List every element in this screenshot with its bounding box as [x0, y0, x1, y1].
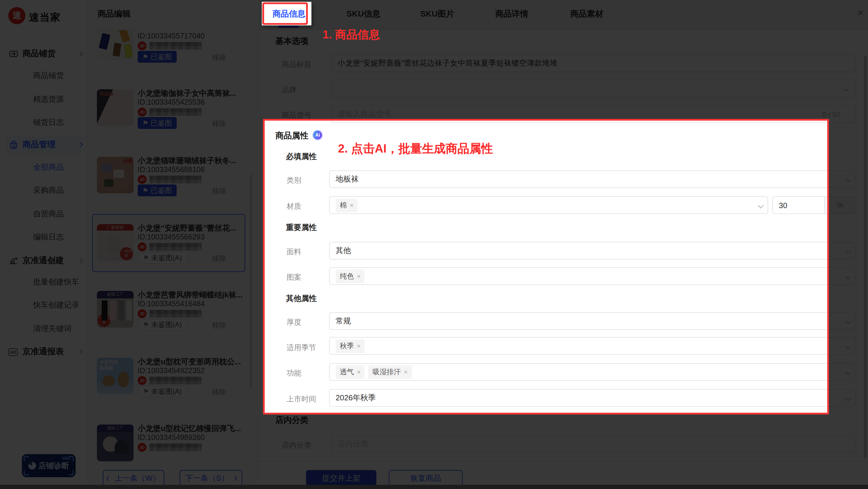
sock-shape [104, 179, 114, 187]
pattern-select[interactable]: 纯色× [329, 267, 856, 285]
masked-shop-name [150, 243, 202, 251]
category-input[interactable]: 地板袜 [329, 170, 856, 188]
tab-sku-images[interactable]: SKU图片 [420, 9, 454, 20]
remove-link[interactable]: 移除 [212, 186, 226, 196]
sidebar-item-create-record[interactable]: 快车创建记录 [33, 297, 79, 313]
sidebar-item-deploy-log[interactable]: 铺货日志 [33, 115, 64, 130]
sidebar-item-edit-log[interactable]: 编辑日志 [33, 229, 64, 245]
sidebar-group-product-manage[interactable]: 商品管理 [0, 136, 88, 154]
field-label: 适用季节 [286, 343, 316, 353]
sock-shape [113, 43, 121, 57]
function-tag[interactable]: 吸湿排汗× [368, 365, 412, 379]
tab-product-info[interactable]: 商品信息 [272, 9, 306, 20]
shop-diagnose-button[interactable]: ··· 店铺诊断 [22, 454, 75, 477]
thumb-banner: 超级工厂 [97, 425, 133, 431]
flag-icon: ⚑ [143, 186, 148, 194]
sidebar-item-all-products[interactable]: 全部商品 [33, 160, 64, 175]
tab-bar: 商品信息 SKU信息 SKU图片 商品详情 商品素材 ✕ [260, 0, 868, 30]
sidebar-group-jzt-report[interactable]: AD 京准通报表 [0, 343, 88, 361]
product-list-item[interactable]: 瑜伽袜 小龙堡瑜伽袜子女中高筒袜... ID:10033455425536 JD… [88, 92, 260, 159]
thickness-input[interactable]: 常规 [329, 312, 856, 330]
remove-link[interactable]: 移除 [212, 119, 226, 129]
sidebar-group-label: 商品管理 [23, 140, 56, 150]
sidebar: 速 速当家 商品铺货 商品铺货 精选货源 铺货日志 商品管理 全部商品 采购商品… [0, 0, 88, 489]
brand-select[interactable] [331, 79, 856, 97]
sidebar-item-deploy-products[interactable]: 商品铺货 [33, 68, 64, 83]
sock-shape [102, 300, 107, 320]
submit-publish-button[interactable]: 提交并上架 [306, 470, 376, 486]
tab-product-detail[interactable]: 商品详情 [495, 9, 528, 20]
tag-close-icon[interactable]: × [357, 272, 361, 280]
material-tag[interactable]: 棉× [336, 198, 358, 212]
sidebar-item-batch-create[interactable]: 批量创建快车 [33, 275, 79, 290]
sidebar-item-self-products[interactable]: 自营商品 [33, 206, 64, 222]
tab-sku-info[interactable]: SKU信息 [346, 9, 380, 20]
function-select[interactable]: 透气× 吸湿排汗× [329, 363, 856, 381]
tab-product-material[interactable]: 商品素材 [570, 9, 603, 20]
product-title-input[interactable]: 小龙堡“安妮野蔷薇”蕾丝花边袜子女中筒袜夏季短袜镂空薄款堆堆 [331, 54, 856, 72]
jd-icon: JD [138, 309, 147, 318]
sidebar-item-clean-keywords[interactable]: 清理关键词 [33, 321, 71, 337]
sidebar-group-label: 京准通创建 [23, 255, 64, 266]
sidebar-group-jzt-create[interactable]: 京准通创建 [0, 252, 88, 270]
launch-time-input[interactable]: 2026年秋季 [329, 389, 856, 407]
subsection-important: 重要属性 [286, 222, 317, 233]
chevron-right-icon [78, 349, 83, 354]
restore-product-button[interactable]: 恢复商品 [389, 470, 463, 486]
remove-link[interactable]: 移除 [212, 53, 226, 63]
bottom-edge-strip [0, 485, 868, 489]
tag-close-icon[interactable]: × [350, 202, 354, 209]
tag-close-icon[interactable]: × [357, 342, 361, 349]
product-thumbnail: 保暖 [97, 157, 133, 193]
store-category-input[interactable]: 店内分类 [331, 435, 856, 453]
thumb-tag: 保暖 [123, 158, 132, 164]
remove-link[interactable]: 移除 [212, 320, 226, 330]
sidebar-group-deploy[interactable]: 商品铺货 [0, 45, 88, 63]
lace-shape [107, 234, 121, 254]
tag-close-icon[interactable]: × [357, 368, 361, 375]
field-label: 类别 [286, 176, 301, 186]
ai-generate-button[interactable]: Ai [313, 131, 322, 140]
sku-code-input[interactable]: 请输入商品货号 [331, 105, 856, 123]
flag-icon: ⚑ [143, 321, 149, 328]
product-title: 小龙堡猫咪珊瑚绒袜子秋冬... [138, 155, 253, 166]
list-scrollbar[interactable] [250, 174, 252, 387]
material-select[interactable]: 棉× [329, 196, 768, 214]
product-list-item[interactable]: 卡皮巴拉两用枕 小龙堡u型枕可变形两用枕公... ID:100334549223… [88, 360, 260, 427]
remove-link[interactable]: 移除 [212, 387, 226, 397]
product-list-item[interactable]: 超级工厂 小龙堡u型枕记忆棉慢回弹飞... ID:10033454989260 … [88, 427, 260, 461]
status-badge: ⚑已鉴图 [138, 51, 177, 63]
sidebar-item-selected-sources[interactable]: 精选货源 [33, 92, 64, 107]
thumb-tag: 瑜伽袜 [99, 91, 114, 97]
fabric-input[interactable]: 其他 [329, 242, 856, 260]
chevron-right-icon [78, 52, 83, 56]
season-select[interactable]: 秋季× [329, 337, 856, 355]
ad-glyph: AD [10, 349, 16, 354]
masked-shop-name [150, 176, 202, 183]
close-icon[interactable]: ✕ [857, 8, 864, 18]
product-list-item[interactable]: 超级工厂 一件代发 小龙堡芭蕾风绑带蝴蝶结jk袜... ID:100334554… [88, 293, 260, 360]
subsection-other: 其他属性 [286, 293, 317, 304]
main-scrollbar[interactable] [864, 56, 867, 458]
season-tag[interactable]: 秋季× [336, 339, 365, 353]
percent-suffix: % [824, 197, 855, 213]
product-list-item-selected[interactable]: 厂家直销 一件代发 小龙堡“安妮野蔷薇”蕾丝花... ID:1003345556… [88, 227, 260, 293]
masked-shop-name [150, 310, 202, 318]
prev-item-button[interactable]: 上一条（W） [103, 470, 164, 486]
section-basic-options: 基本选项 [275, 36, 308, 47]
app-root: 速 速当家 商品铺货 商品铺货 精选货源 铺货日志 商品管理 全部商品 采购商品… [0, 0, 868, 489]
pattern-tag[interactable]: 纯色× [336, 269, 365, 283]
next-item-button[interactable]: 下一条（S） [180, 470, 242, 486]
status-badge: ⚑未鉴图(A) [138, 252, 187, 264]
product-thumbnail: 厂家直销 一件代发 [97, 224, 133, 261]
product-list-item[interactable]: 保暖 小龙堡猫咪珊瑚绒袜子秋冬... ID:10033455688106 JD … [88, 159, 260, 226]
sidebar-item-purchase-products[interactable]: 采购商品 [33, 183, 64, 198]
subsection-required: 必填属性 [286, 151, 317, 162]
remove-link[interactable]: 移除 [212, 254, 226, 264]
material-percent-input[interactable]: 30 % [772, 196, 856, 214]
function-tag[interactable]: 透气× [336, 365, 365, 379]
flag-icon: ⚑ [143, 254, 149, 262]
product-list-item[interactable]: ID:10033455717040 JD ⚑已鉴图 移除 [88, 30, 260, 92]
chevron-left-icon [106, 476, 111, 481]
tag-close-icon[interactable]: × [404, 368, 408, 375]
